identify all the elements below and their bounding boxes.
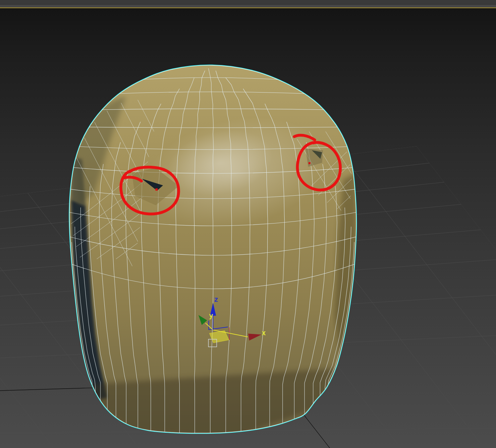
app-window: z y x xyxy=(0,0,496,448)
window-chrome-top xyxy=(0,0,496,5)
toolbar-strip xyxy=(0,5,496,7)
left-socket-vertex-dot xyxy=(155,188,158,191)
z-axis-label: z xyxy=(214,295,218,303)
y-axis-label: y xyxy=(209,312,213,320)
viewport-3d[interactable]: z y x xyxy=(0,8,496,448)
right-socket-vertex-dot xyxy=(308,162,310,164)
x-axis-label: x xyxy=(262,329,266,337)
